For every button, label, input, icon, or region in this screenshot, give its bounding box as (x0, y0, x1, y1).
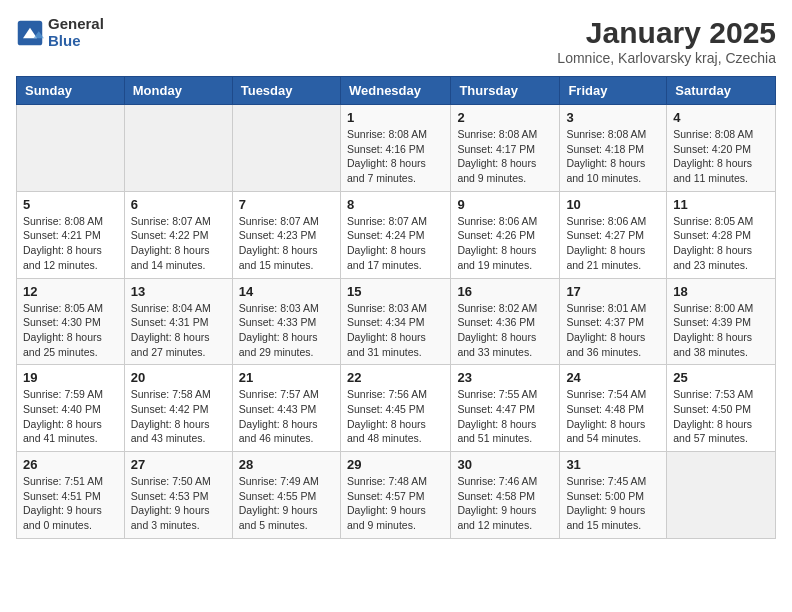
calendar-cell: 6Sunrise: 8:07 AM Sunset: 4:22 PM Daylig… (124, 191, 232, 278)
day-number: 17 (566, 284, 660, 299)
calendar-cell: 22Sunrise: 7:56 AM Sunset: 4:45 PM Dayli… (340, 365, 450, 452)
day-number: 28 (239, 457, 334, 472)
day-info: Sunrise: 8:08 AM Sunset: 4:17 PM Dayligh… (457, 127, 553, 186)
day-info: Sunrise: 8:05 AM Sunset: 4:30 PM Dayligh… (23, 301, 118, 360)
calendar-week-row: 5Sunrise: 8:08 AM Sunset: 4:21 PM Daylig… (17, 191, 776, 278)
day-number: 23 (457, 370, 553, 385)
day-info: Sunrise: 8:00 AM Sunset: 4:39 PM Dayligh… (673, 301, 769, 360)
month-title: January 2025 (557, 16, 776, 50)
calendar-cell: 18Sunrise: 8:00 AM Sunset: 4:39 PM Dayli… (667, 278, 776, 365)
day-number: 22 (347, 370, 444, 385)
column-header-monday: Monday (124, 77, 232, 105)
calendar-cell: 4Sunrise: 8:08 AM Sunset: 4:20 PM Daylig… (667, 105, 776, 192)
calendar-cell: 3Sunrise: 8:08 AM Sunset: 4:18 PM Daylig… (560, 105, 667, 192)
day-info: Sunrise: 8:07 AM Sunset: 4:22 PM Dayligh… (131, 214, 226, 273)
calendar-cell (667, 452, 776, 539)
column-header-friday: Friday (560, 77, 667, 105)
calendar-cell: 13Sunrise: 8:04 AM Sunset: 4:31 PM Dayli… (124, 278, 232, 365)
day-info: Sunrise: 8:08 AM Sunset: 4:20 PM Dayligh… (673, 127, 769, 186)
day-number: 6 (131, 197, 226, 212)
day-number: 18 (673, 284, 769, 299)
calendar-cell: 1Sunrise: 8:08 AM Sunset: 4:16 PM Daylig… (340, 105, 450, 192)
day-info: Sunrise: 7:49 AM Sunset: 4:55 PM Dayligh… (239, 474, 334, 533)
day-number: 12 (23, 284, 118, 299)
calendar-cell: 9Sunrise: 8:06 AM Sunset: 4:26 PM Daylig… (451, 191, 560, 278)
day-number: 20 (131, 370, 226, 385)
day-number: 19 (23, 370, 118, 385)
day-number: 14 (239, 284, 334, 299)
day-info: Sunrise: 8:07 AM Sunset: 4:23 PM Dayligh… (239, 214, 334, 273)
calendar-table: SundayMondayTuesdayWednesdayThursdayFrid… (16, 76, 776, 539)
day-number: 26 (23, 457, 118, 472)
day-number: 7 (239, 197, 334, 212)
day-info: Sunrise: 7:46 AM Sunset: 4:58 PM Dayligh… (457, 474, 553, 533)
day-number: 3 (566, 110, 660, 125)
calendar-cell (232, 105, 340, 192)
calendar-cell: 31Sunrise: 7:45 AM Sunset: 5:00 PM Dayli… (560, 452, 667, 539)
day-number: 4 (673, 110, 769, 125)
day-info: Sunrise: 8:07 AM Sunset: 4:24 PM Dayligh… (347, 214, 444, 273)
day-number: 10 (566, 197, 660, 212)
calendar-cell: 5Sunrise: 8:08 AM Sunset: 4:21 PM Daylig… (17, 191, 125, 278)
calendar-cell: 7Sunrise: 8:07 AM Sunset: 4:23 PM Daylig… (232, 191, 340, 278)
calendar-cell: 24Sunrise: 7:54 AM Sunset: 4:48 PM Dayli… (560, 365, 667, 452)
calendar-cell: 11Sunrise: 8:05 AM Sunset: 4:28 PM Dayli… (667, 191, 776, 278)
day-number: 27 (131, 457, 226, 472)
calendar-cell (17, 105, 125, 192)
calendar-header-row: SundayMondayTuesdayWednesdayThursdayFrid… (17, 77, 776, 105)
day-info: Sunrise: 8:03 AM Sunset: 4:34 PM Dayligh… (347, 301, 444, 360)
calendar-week-row: 19Sunrise: 7:59 AM Sunset: 4:40 PM Dayli… (17, 365, 776, 452)
day-info: Sunrise: 8:08 AM Sunset: 4:21 PM Dayligh… (23, 214, 118, 273)
day-number: 1 (347, 110, 444, 125)
calendar-cell: 17Sunrise: 8:01 AM Sunset: 4:37 PM Dayli… (560, 278, 667, 365)
day-info: Sunrise: 8:05 AM Sunset: 4:28 PM Dayligh… (673, 214, 769, 273)
day-info: Sunrise: 7:59 AM Sunset: 4:40 PM Dayligh… (23, 387, 118, 446)
calendar-cell: 26Sunrise: 7:51 AM Sunset: 4:51 PM Dayli… (17, 452, 125, 539)
calendar-cell: 28Sunrise: 7:49 AM Sunset: 4:55 PM Dayli… (232, 452, 340, 539)
column-header-tuesday: Tuesday (232, 77, 340, 105)
calendar-cell: 10Sunrise: 8:06 AM Sunset: 4:27 PM Dayli… (560, 191, 667, 278)
day-number: 24 (566, 370, 660, 385)
day-info: Sunrise: 8:06 AM Sunset: 4:27 PM Dayligh… (566, 214, 660, 273)
day-info: Sunrise: 7:53 AM Sunset: 4:50 PM Dayligh… (673, 387, 769, 446)
day-number: 11 (673, 197, 769, 212)
column-header-sunday: Sunday (17, 77, 125, 105)
day-number: 2 (457, 110, 553, 125)
day-info: Sunrise: 8:03 AM Sunset: 4:33 PM Dayligh… (239, 301, 334, 360)
calendar-cell (124, 105, 232, 192)
day-info: Sunrise: 8:08 AM Sunset: 4:16 PM Dayligh… (347, 127, 444, 186)
day-info: Sunrise: 7:54 AM Sunset: 4:48 PM Dayligh… (566, 387, 660, 446)
day-number: 8 (347, 197, 444, 212)
calendar-cell: 25Sunrise: 7:53 AM Sunset: 4:50 PM Dayli… (667, 365, 776, 452)
calendar-cell: 14Sunrise: 8:03 AM Sunset: 4:33 PM Dayli… (232, 278, 340, 365)
location-text: Lomnice, Karlovarsky kraj, Czechia (557, 50, 776, 66)
calendar-cell: 15Sunrise: 8:03 AM Sunset: 4:34 PM Dayli… (340, 278, 450, 365)
day-info: Sunrise: 7:57 AM Sunset: 4:43 PM Dayligh… (239, 387, 334, 446)
calendar-cell: 8Sunrise: 8:07 AM Sunset: 4:24 PM Daylig… (340, 191, 450, 278)
day-number: 21 (239, 370, 334, 385)
calendar-week-row: 12Sunrise: 8:05 AM Sunset: 4:30 PM Dayli… (17, 278, 776, 365)
day-info: Sunrise: 7:51 AM Sunset: 4:51 PM Dayligh… (23, 474, 118, 533)
calendar-week-row: 1Sunrise: 8:08 AM Sunset: 4:16 PM Daylig… (17, 105, 776, 192)
day-info: Sunrise: 8:06 AM Sunset: 4:26 PM Dayligh… (457, 214, 553, 273)
day-number: 15 (347, 284, 444, 299)
column-header-saturday: Saturday (667, 77, 776, 105)
day-info: Sunrise: 8:02 AM Sunset: 4:36 PM Dayligh… (457, 301, 553, 360)
page-header: General Blue January 2025 Lomnice, Karlo… (16, 16, 776, 66)
calendar-cell: 29Sunrise: 7:48 AM Sunset: 4:57 PM Dayli… (340, 452, 450, 539)
day-number: 16 (457, 284, 553, 299)
column-header-wednesday: Wednesday (340, 77, 450, 105)
calendar-cell: 2Sunrise: 8:08 AM Sunset: 4:17 PM Daylig… (451, 105, 560, 192)
day-info: Sunrise: 8:08 AM Sunset: 4:18 PM Dayligh… (566, 127, 660, 186)
logo-blue-text: Blue (48, 33, 104, 50)
calendar-cell: 19Sunrise: 7:59 AM Sunset: 4:40 PM Dayli… (17, 365, 125, 452)
logo-icon (16, 19, 44, 47)
calendar-cell: 16Sunrise: 8:02 AM Sunset: 4:36 PM Dayli… (451, 278, 560, 365)
day-info: Sunrise: 7:50 AM Sunset: 4:53 PM Dayligh… (131, 474, 226, 533)
day-number: 13 (131, 284, 226, 299)
day-number: 25 (673, 370, 769, 385)
day-info: Sunrise: 7:58 AM Sunset: 4:42 PM Dayligh… (131, 387, 226, 446)
calendar-week-row: 26Sunrise: 7:51 AM Sunset: 4:51 PM Dayli… (17, 452, 776, 539)
day-number: 31 (566, 457, 660, 472)
calendar-cell: 20Sunrise: 7:58 AM Sunset: 4:42 PM Dayli… (124, 365, 232, 452)
